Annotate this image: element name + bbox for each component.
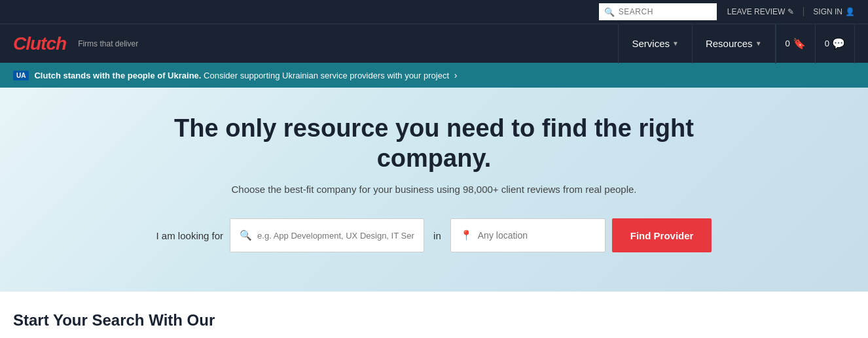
top-bar: 🔍 LEAVE REVIEW ✎ SIGN IN 👤 [0, 0, 868, 24]
hero-section: The only resource you need to find the r… [0, 88, 868, 292]
logo-tagline: Firms that deliver [78, 39, 138, 48]
user-icon: 👤 [845, 7, 855, 16]
ukraine-message: Clutch stands with the people of Ukraine… [34, 70, 457, 80]
service-input[interactable] [257, 231, 414, 241]
top-bar-links: LEAVE REVIEW ✎ SIGN IN 👤 [727, 7, 855, 16]
search-icon: 🔍 [604, 7, 615, 17]
logo-area: Clutch Firms that deliver [13, 33, 618, 54]
chevron-down-icon: ▼ [755, 40, 762, 47]
nav-services[interactable]: Services ▼ [618, 24, 692, 63]
bottom-section: Start Your Search With Our [0, 292, 868, 338]
sign-in-link[interactable]: SIGN IN 👤 [813, 7, 855, 16]
location-input[interactable] [478, 230, 596, 241]
search-label: I am looking for [156, 230, 224, 241]
search-input[interactable] [619, 7, 710, 16]
chat-icon: 💬 [832, 37, 845, 50]
nav-items: Services ▼ Resources ▼ [618, 24, 775, 63]
messages-count: 0 [825, 39, 829, 48]
bottom-title: Start Your Search With Our [13, 311, 855, 330]
leave-review-link[interactable]: LEAVE REVIEW ✎ [727, 7, 794, 16]
logo[interactable]: Clutch [13, 33, 66, 54]
search-bar: I am looking for 🔍 in 📍 Find Provider [156, 218, 712, 252]
nav-resources[interactable]: Resources ▼ [693, 24, 776, 63]
search-box[interactable]: 🔍 [599, 3, 717, 20]
main-nav: Clutch Firms that deliver Services ▼ Res… [0, 24, 868, 63]
ukraine-banner: UA Clutch stands with the people of Ukra… [0, 63, 868, 88]
divider [803, 7, 804, 16]
hero-subtitle: Choose the best-fit company for your bus… [231, 184, 636, 195]
location-icon: 📍 [460, 229, 473, 241]
location-input-wrap: 📍 [450, 218, 606, 252]
nav-icon-group: 0 🔖 0 💬 [776, 24, 855, 63]
edit-icon: ✎ [787, 7, 794, 16]
service-input-wrap: 🔍 [230, 218, 424, 252]
chevron-down-icon: ▼ [672, 40, 679, 47]
service-search-icon: 🔍 [240, 229, 252, 241]
ukraine-badge: UA [13, 71, 29, 80]
messages-button[interactable]: 0 💬 [816, 24, 855, 63]
logo-text: Clutch [13, 33, 66, 54]
bookmarks-button[interactable]: 0 🔖 [776, 24, 816, 63]
ukraine-arrow[interactable]: › [454, 70, 458, 80]
hero-title: The only resource you need to find the r… [172, 114, 696, 173]
find-provider-button[interactable]: Find Provider [612, 218, 712, 252]
bookmarks-count: 0 [786, 39, 790, 48]
bookmark-icon: 🔖 [793, 37, 806, 50]
in-label: in [433, 230, 441, 241]
